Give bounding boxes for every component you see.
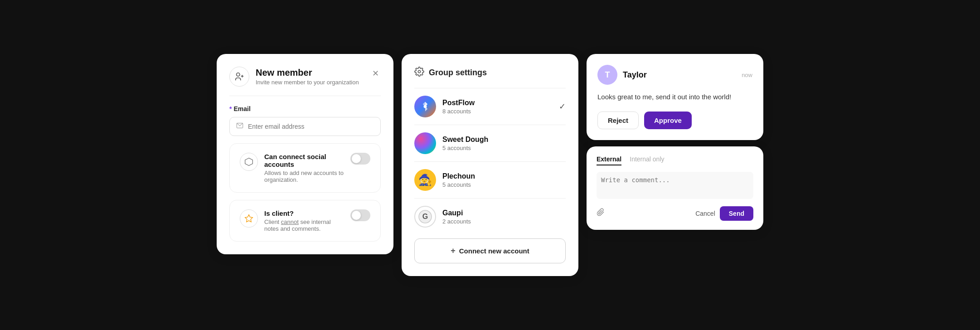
permission-title: Is client? <box>264 209 344 217</box>
main-panels: New member Invite new member to your org… <box>217 54 763 276</box>
social-accounts-permission: Can connect social accounts Allows to ad… <box>229 143 381 193</box>
email-input[interactable] <box>248 123 374 130</box>
new-member-left: New member Invite new member to your org… <box>229 67 359 87</box>
sweet-dough-info: Sweet Dough 5 accounts <box>442 136 566 151</box>
tab-external[interactable]: External <box>597 155 621 165</box>
cancel-button[interactable]: Cancel <box>695 210 715 217</box>
email-label: * Email <box>229 105 381 112</box>
gaupi-avatar: G <box>414 206 436 228</box>
reject-button[interactable]: Reject <box>597 112 639 129</box>
comment-footer: Cancel Send <box>597 206 753 221</box>
svg-marker-5 <box>245 215 253 222</box>
connect-account-button[interactable]: + Connect new account <box>414 238 566 263</box>
comment-card: External Internal only Cancel Send <box>587 146 763 230</box>
permission-desc: Client cannot see internal notes and com… <box>264 218 344 232</box>
user-avatar: T <box>597 65 617 85</box>
required-star: * <box>229 105 232 112</box>
gaupi-count: 2 accounts <box>442 218 566 225</box>
plechoun-name: Plechoun <box>442 172 566 180</box>
attach-icon[interactable] <box>597 208 605 218</box>
sweet-dough-name: Sweet Dough <box>442 136 566 144</box>
hexagon-icon <box>240 153 258 171</box>
sweet-dough-avatar <box>414 132 436 154</box>
plus-icon: + <box>451 246 456 256</box>
postflow-name: PostFlow <box>442 99 553 107</box>
chat-time: now <box>742 72 752 78</box>
social-toggle[interactable] <box>350 153 370 165</box>
approve-button[interactable]: Approve <box>644 112 692 129</box>
permission-row: Can connect social accounts Allows to ad… <box>240 153 370 183</box>
gaupi-name: Gaupi <box>442 209 566 217</box>
new-member-title: New member <box>256 68 359 78</box>
plechoun-count: 5 accounts <box>442 181 566 188</box>
postflow-avatar <box>414 96 436 117</box>
new-member-panel: New member Invite new member to your org… <box>217 54 393 254</box>
mail-icon <box>236 122 243 131</box>
permission-title: Can connect social accounts <box>264 153 344 168</box>
chat-user-name: Taylor <box>623 70 736 80</box>
account-item-gaupi[interactable]: G Gaupi 2 accounts <box>414 198 566 235</box>
group-settings-header: Group settings <box>414 67 566 88</box>
gaupi-info: Gaupi 2 accounts <box>442 209 566 225</box>
chat-card: T Taylor now Looks great to me, send it … <box>587 54 763 140</box>
permission-desc: Allows to add new accounts to organizati… <box>264 170 344 183</box>
divider <box>229 96 381 96</box>
chat-header: T Taylor now <box>597 65 752 85</box>
svg-text:G: G <box>422 213 428 220</box>
svg-point-6 <box>418 70 421 73</box>
account-list: PostFlow 8 accounts ✓ Sweet Dough 5 acco… <box>414 88 566 235</box>
connect-button-label: Connect new account <box>459 247 529 255</box>
close-button[interactable]: ✕ <box>370 67 381 80</box>
svg-point-10 <box>424 105 427 108</box>
account-item-postflow[interactable]: PostFlow 8 accounts ✓ <box>414 88 566 125</box>
tab-internal[interactable]: Internal only <box>630 155 664 165</box>
svg-marker-4 <box>245 158 253 166</box>
group-settings-panel: Group settings PostFlow 8 accounts ✓ <box>402 54 578 276</box>
chat-message: Looks great to me, send it out into the … <box>597 92 752 102</box>
permission-content: Can connect social accounts Allows to ad… <box>264 153 344 183</box>
right-panels: T Taylor now Looks great to me, send it … <box>587 54 763 230</box>
postflow-info: PostFlow 8 accounts <box>442 99 553 115</box>
check-icon: ✓ <box>559 102 566 112</box>
new-member-header: New member Invite new member to your org… <box>229 67 381 87</box>
send-button[interactable]: Send <box>720 206 753 221</box>
plechoun-info: Plechoun 5 accounts <box>442 172 566 188</box>
sweet-dough-count: 5 accounts <box>442 145 566 151</box>
account-item-sweet-dough[interactable]: Sweet Dough 5 accounts <box>414 125 566 161</box>
email-section: * Email <box>229 105 381 136</box>
add-member-icon <box>229 67 249 87</box>
permission-row: Is client? Client cannot see internal no… <box>240 209 370 232</box>
new-member-title-block: New member Invite new member to your org… <box>256 68 359 86</box>
gear-icon <box>414 67 424 79</box>
comment-textarea[interactable] <box>597 172 753 199</box>
comment-buttons: Cancel Send <box>695 206 753 221</box>
client-toggle[interactable] <box>350 209 370 221</box>
permission-content: Is client? Client cannot see internal no… <box>264 209 344 232</box>
client-permission: Is client? Client cannot see internal no… <box>229 200 381 242</box>
group-settings-title: Group settings <box>429 68 487 78</box>
chat-actions: Reject Approve <box>597 112 752 129</box>
new-member-subtitle: Invite new member to your organization <box>256 79 359 86</box>
plechoun-avatar: 🧙 <box>414 169 436 191</box>
postflow-count: 8 accounts <box>442 108 553 115</box>
star-icon <box>240 209 258 228</box>
email-input-wrapper[interactable] <box>229 117 381 136</box>
svg-point-0 <box>237 73 240 76</box>
account-item-plechoun[interactable]: 🧙 Plechoun 5 accounts <box>414 161 566 198</box>
comment-tabs: External Internal only <box>597 155 753 165</box>
